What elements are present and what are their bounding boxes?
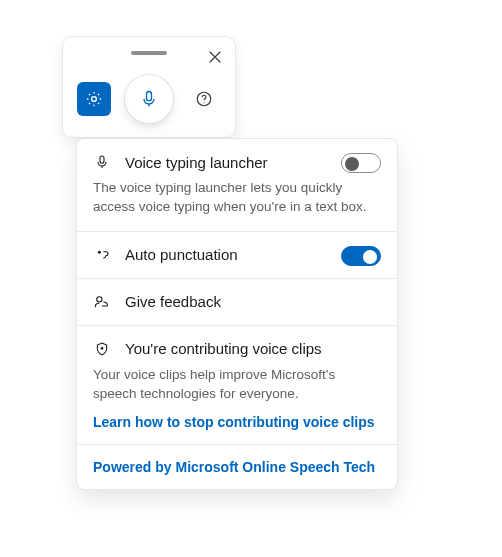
- svg-point-3: [203, 102, 204, 103]
- auto-punctuation-title: Auto punctuation: [125, 246, 238, 263]
- svg-point-7: [101, 347, 104, 350]
- svg-point-6: [97, 296, 102, 301]
- svg-rect-1: [147, 92, 152, 101]
- microphone-icon: [139, 89, 159, 109]
- powered-by-row: Powered by Microsoft Online Speech Tech: [77, 445, 397, 489]
- drag-handle-icon[interactable]: [131, 51, 167, 55]
- voice-typing-launcher-title: Voice typing launcher: [125, 154, 268, 171]
- svg-point-5: [98, 251, 101, 254]
- settings-button[interactable]: [77, 82, 111, 116]
- contribute-clips-desc: Your voice clips help improve Microsoft'…: [93, 366, 381, 404]
- stop-contributing-link[interactable]: Learn how to stop contributing voice cli…: [93, 414, 381, 430]
- contribute-clips-title: You're contributing voice clips: [125, 340, 322, 357]
- close-button[interactable]: [201, 43, 229, 71]
- contribute-clips-row: You're contributing voice clips Your voi…: [77, 326, 397, 445]
- help-icon: [195, 90, 213, 108]
- microphone-button[interactable]: [125, 75, 173, 123]
- gear-icon: [85, 90, 103, 108]
- help-button[interactable]: [187, 82, 221, 116]
- shield-icon: [93, 340, 111, 358]
- auto-punctuation-toggle[interactable]: [341, 246, 381, 266]
- svg-point-0: [92, 97, 97, 102]
- give-feedback-title: Give feedback: [125, 293, 221, 310]
- microphone-icon: [93, 153, 111, 171]
- auto-punctuation-row: Auto punctuation: [77, 232, 397, 279]
- voice-typing-toolbar: [62, 36, 236, 138]
- voice-typing-settings-panel: Voice typing launcher The voice typing l…: [76, 138, 398, 490]
- punctuation-icon: [93, 246, 111, 264]
- voice-typing-launcher-desc: The voice typing launcher lets you quick…: [93, 179, 381, 217]
- close-icon: [209, 51, 221, 63]
- voice-typing-launcher-toggle[interactable]: [341, 153, 381, 173]
- voice-typing-launcher-row: Voice typing launcher The voice typing l…: [77, 139, 397, 232]
- svg-rect-4: [100, 156, 104, 163]
- feedback-icon: [93, 293, 111, 311]
- toolbar-buttons: [63, 71, 235, 127]
- powered-by-link[interactable]: Powered by Microsoft Online Speech Tech: [93, 459, 375, 475]
- give-feedback-row[interactable]: Give feedback: [77, 279, 397, 326]
